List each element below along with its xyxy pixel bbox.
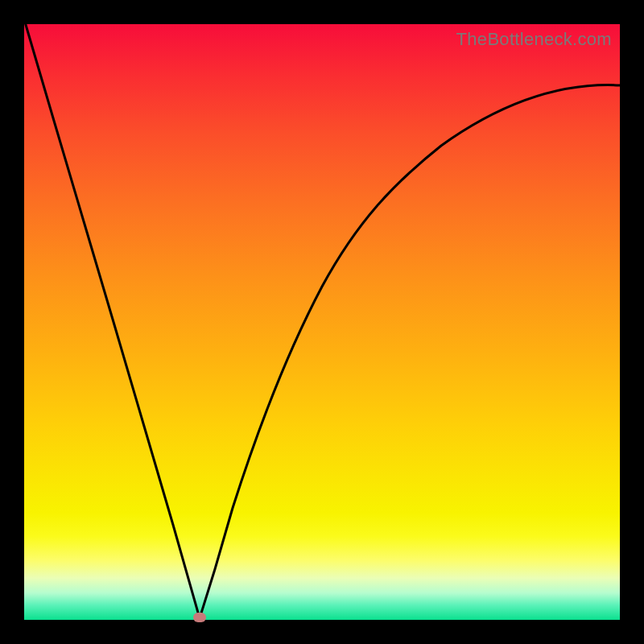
chart-frame: TheBottleneck.com	[0, 0, 644, 644]
curve-right-branch	[200, 85, 620, 618]
min-marker	[193, 613, 206, 622]
plot-area: TheBottleneck.com	[24, 24, 620, 620]
bottleneck-curve	[24, 24, 620, 620]
curve-left-branch	[24, 19, 200, 618]
